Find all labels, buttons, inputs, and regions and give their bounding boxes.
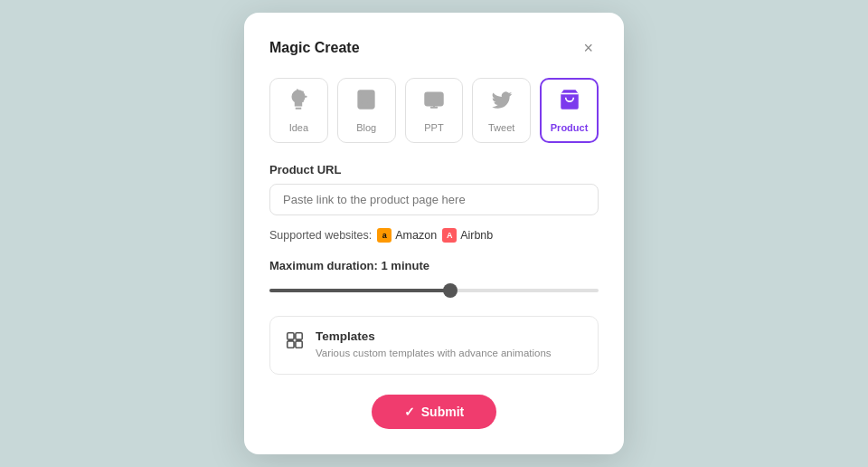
tab-ppt-label: PPT xyxy=(424,122,443,133)
amazon-label: Amazon xyxy=(395,229,437,242)
slider-container xyxy=(269,281,599,300)
supported-row: Supported websites: a Amazon A Airbnb xyxy=(269,228,599,243)
amazon-icon: a xyxy=(377,228,392,243)
modal-title: Magic Create xyxy=(269,40,360,56)
blog-icon xyxy=(354,88,378,117)
modal-header: Magic Create × xyxy=(269,38,599,58)
supported-label: Supported websites: xyxy=(269,229,372,242)
svg-rect-3 xyxy=(288,333,294,339)
form-section: Product URL Supported websites: a Amazon… xyxy=(269,163,599,243)
magic-create-modal: Magic Create × Idea Blog xyxy=(244,13,624,453)
tab-idea-label: Idea xyxy=(289,122,308,133)
template-desc: Various custom templates with advance an… xyxy=(316,346,552,360)
cart-icon xyxy=(558,88,581,117)
svg-rect-0 xyxy=(358,91,373,110)
url-label: Product URL xyxy=(269,163,599,176)
amazon-badge: a Amazon xyxy=(377,228,437,243)
bulb-icon xyxy=(287,88,310,117)
duration-section: Maximum duration: 1 minute xyxy=(269,259,599,300)
tab-tweet-label: Tweet xyxy=(488,122,514,133)
tweet-icon xyxy=(490,88,514,117)
airbnb-label: Airbnb xyxy=(460,229,493,242)
url-input[interactable] xyxy=(269,184,599,215)
airbnb-icon: A xyxy=(442,228,457,243)
svg-rect-4 xyxy=(296,333,302,339)
tabs-row: Idea Blog PPT xyxy=(269,78,599,143)
tab-ppt[interactable]: PPT xyxy=(405,78,464,143)
close-button[interactable]: × xyxy=(578,38,599,58)
svg-rect-5 xyxy=(288,341,294,348)
airbnb-badge: A Airbnb xyxy=(442,228,493,243)
ppt-icon xyxy=(422,88,446,117)
tab-blog[interactable]: Blog xyxy=(337,78,396,143)
template-title: Templates xyxy=(316,329,552,343)
submit-button[interactable]: ✓ Submit xyxy=(372,395,496,429)
template-icon xyxy=(285,330,305,355)
template-text-block: Templates Various custom templates with … xyxy=(316,329,552,360)
duration-label: Maximum duration: 1 minute xyxy=(269,259,599,272)
tab-tweet[interactable]: Tweet xyxy=(472,78,531,143)
tab-idea[interactable]: Idea xyxy=(269,78,328,143)
tab-product-label: Product xyxy=(551,122,589,133)
svg-rect-1 xyxy=(425,93,443,106)
check-icon: ✓ xyxy=(404,405,415,419)
tab-blog-label: Blog xyxy=(356,122,376,133)
tab-product[interactable]: Product xyxy=(540,78,599,143)
modal-footer: ✓ Submit xyxy=(269,395,599,429)
templates-card[interactable]: Templates Various custom templates with … xyxy=(269,316,599,374)
submit-label: Submit xyxy=(421,405,464,419)
svg-rect-6 xyxy=(296,341,302,348)
